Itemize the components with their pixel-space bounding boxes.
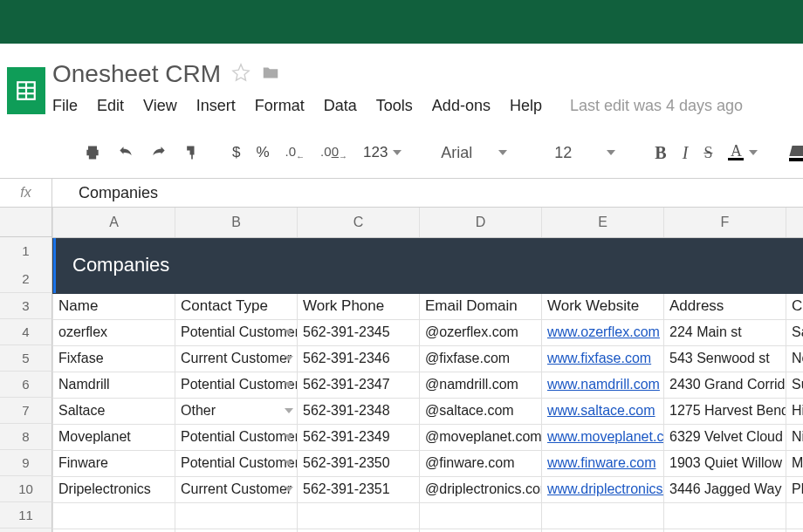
col-header-G[interactable]: G	[786, 208, 804, 237]
cell-type[interactable]: Potential Customer	[175, 372, 298, 398]
website-link[interactable]: www.namdrill.com	[547, 377, 660, 392]
cell-site[interactable]: www.finware.com	[542, 450, 664, 476]
cell-city[interactable]: Hillsboro	[786, 398, 804, 424]
cell-city[interactable]: Sunnyvale	[786, 372, 804, 398]
print-icon[interactable]	[84, 140, 101, 165]
sheets-app-icon[interactable]	[7, 67, 45, 114]
percent-button[interactable]: %	[256, 144, 269, 161]
empty-cell[interactable]	[542, 529, 664, 532]
cell-email[interactable]: @namdrill.com	[420, 372, 542, 398]
menu-format[interactable]: Format	[255, 97, 305, 115]
header-cell-email[interactable]: Email Domain	[420, 293, 542, 319]
col-header-E[interactable]: E	[542, 208, 664, 237]
col-header-A[interactable]: A	[53, 208, 175, 237]
strike-button[interactable]: S	[703, 140, 712, 165]
row-header[interactable]: 5	[0, 345, 52, 372]
row-header[interactable]: 12	[0, 237, 52, 293]
col-header-D[interactable]: D	[420, 208, 542, 237]
cell-phone[interactable]: 562-391-2351	[298, 476, 420, 502]
chevron-down-icon[interactable]	[285, 434, 293, 440]
website-link[interactable]: www.ozerflex.com	[547, 324, 660, 339]
cell-name[interactable]: Namdrill	[53, 372, 175, 398]
cell-phone[interactable]: 562-391-2348	[298, 398, 420, 424]
empty-cell[interactable]	[53, 529, 175, 532]
table-row[interactable]	[53, 502, 804, 529]
empty-cell[interactable]	[664, 529, 786, 532]
table-row[interactable]: Name Contact Type Work Phone Email Domai…	[53, 293, 804, 319]
empty-cell[interactable]	[664, 502, 786, 529]
cell-site[interactable]: www.driplectronics.com	[542, 476, 664, 502]
table-row[interactable]: SaltaceOther562-391-2348@saltace.comwww.…	[53, 398, 804, 424]
cell-city[interactable]: Sacramento	[786, 319, 804, 345]
cell-addr[interactable]: 224 Main st	[664, 319, 786, 345]
table-row[interactable]: MoveplanetPotential Customer562-391-2349…	[53, 424, 804, 450]
empty-cell[interactable]	[420, 529, 542, 532]
cell-type[interactable]: Other	[175, 398, 298, 424]
website-link[interactable]: www.driplectronics.com	[547, 481, 664, 496]
website-link[interactable]: www.moveplanet.com	[547, 429, 664, 444]
col-header-F[interactable]: F	[664, 208, 786, 237]
table-row[interactable]: ozerflexPotential Customer562-391-2345@o…	[53, 319, 804, 345]
menu-help[interactable]: Help	[510, 97, 542, 115]
header-cell-type[interactable]: Contact Type	[175, 293, 298, 319]
row-header[interactable]: 12	[0, 529, 52, 532]
cell-email[interactable]: @moveplanet.com	[420, 424, 542, 450]
cell-phone[interactable]: 562-391-2349	[298, 424, 420, 450]
cell-site[interactable]: www.fixfase.com	[542, 345, 664, 372]
cell-email[interactable]: @finware.com	[420, 450, 542, 476]
chevron-down-icon[interactable]	[285, 408, 293, 413]
col-header-C[interactable]: C	[298, 208, 420, 237]
menu-data[interactable]: Data	[324, 97, 357, 115]
star-icon[interactable]	[231, 63, 251, 85]
cell-type[interactable]: Current Customer	[175, 476, 298, 502]
menu-insert[interactable]: Insert	[196, 97, 236, 115]
cell-phone[interactable]: 562-391-2350	[298, 450, 420, 476]
cell-name[interactable]: Finware	[53, 450, 175, 476]
row-header[interactable]: 6	[0, 372, 52, 398]
chevron-down-icon[interactable]	[285, 460, 293, 466]
header-cell-name[interactable]: Name	[53, 293, 175, 319]
website-link[interactable]: www.finware.com	[547, 455, 655, 470]
chevron-down-icon[interactable]	[285, 356, 293, 361]
empty-cell[interactable]	[53, 502, 175, 529]
cell-email[interactable]: @ozerflex.com	[420, 319, 542, 345]
number-format-dropdown[interactable]: 123	[363, 144, 402, 161]
cell-addr[interactable]: 1903 Quiet Willow	[664, 450, 786, 476]
row-header[interactable]: 4	[0, 319, 52, 345]
empty-cell[interactable]	[175, 529, 298, 532]
font-family-dropdown[interactable]: Arial	[433, 140, 515, 166]
font-size-dropdown[interactable]: 12	[546, 140, 623, 166]
empty-cell[interactable]	[298, 529, 420, 532]
website-link[interactable]: www.fixfase.com	[547, 351, 651, 365]
cell-name[interactable]: Saltace	[53, 398, 175, 424]
chevron-down-icon[interactable]	[285, 487, 293, 492]
empty-cell[interactable]	[542, 502, 664, 529]
cell-type[interactable]: Potential Customer	[175, 319, 298, 345]
empty-cell[interactable]	[420, 502, 542, 529]
cell-city[interactable]: Murray	[786, 450, 804, 476]
cell-site[interactable]: www.moveplanet.com	[542, 424, 664, 450]
cell-type[interactable]: Potential Customer	[175, 450, 298, 476]
folder-icon[interactable]	[261, 63, 280, 85]
cell-addr[interactable]: 543 Senwood st	[664, 345, 786, 372]
table-row[interactable]: NamdrillPotential Customer562-391-2347@n…	[53, 372, 804, 398]
undo-icon[interactable]	[117, 140, 134, 165]
cell-phone[interactable]: 562-391-2347	[298, 372, 420, 398]
cell-addr[interactable]: 3446 Jagged Way	[664, 476, 786, 502]
empty-cell[interactable]	[298, 502, 420, 529]
increase-decimal-button[interactable]: .00→	[320, 140, 347, 165]
cell-site[interactable]: www.saltace.com	[542, 398, 664, 424]
empty-cell[interactable]	[175, 502, 298, 529]
cell-city[interactable]: Nitro	[786, 424, 804, 450]
cell-name[interactable]: ozerflex	[53, 319, 175, 345]
row-header[interactable]: 11	[0, 502, 52, 529]
cell-email[interactable]: @saltace.com	[420, 398, 542, 424]
row-header[interactable]: 8	[0, 424, 52, 450]
chevron-down-icon[interactable]	[285, 330, 293, 335]
row-header[interactable]: 3	[0, 293, 52, 319]
formula-input[interactable]: Companies	[52, 179, 803, 207]
table-row[interactable]: FixfaseCurrent Customer562-391-2346@fixf…	[53, 345, 804, 372]
decrease-decimal-button[interactable]: .0←	[285, 140, 305, 165]
table-row[interactable]: Companies	[53, 237, 804, 293]
row-header[interactable]: 9	[0, 450, 52, 476]
